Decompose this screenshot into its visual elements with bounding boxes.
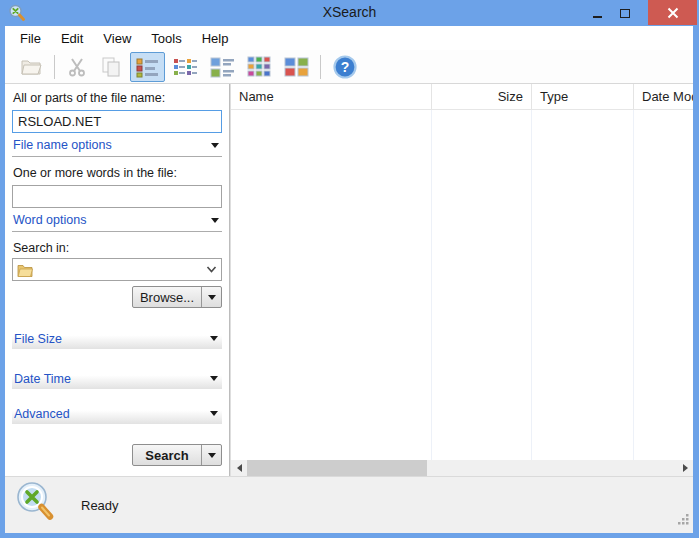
browse-button[interactable]: Browse...: [133, 287, 201, 307]
minimize-icon: [593, 16, 602, 18]
list-view-icon[interactable]: [206, 52, 239, 82]
open-folder-icon[interactable]: [15, 52, 47, 82]
chevron-down-icon: [210, 336, 218, 341]
results-listview: Name Size Type Date Modified: [231, 84, 693, 476]
help-icon[interactable]: ?: [328, 52, 362, 82]
search-in-label: Search in:: [13, 241, 69, 255]
menu-edit[interactable]: Edit: [51, 28, 93, 49]
window-controls: [583, 0, 697, 26]
combo-dropdown-icon: [206, 266, 217, 273]
main-content: All or parts of the file name: File name…: [5, 84, 693, 476]
search-in-combobox[interactable]: [12, 258, 222, 281]
advanced-label: Advanced: [14, 407, 70, 421]
file-name-options-expander[interactable]: File name options: [12, 136, 222, 157]
file-size-expander[interactable]: File Size: [12, 328, 222, 349]
chevron-down-icon: [210, 376, 218, 381]
search-dropdown-button[interactable]: [201, 445, 221, 465]
cut-icon[interactable]: [62, 52, 92, 82]
copy-icon[interactable]: [96, 52, 126, 82]
words-input[interactable]: [12, 185, 222, 208]
chevron-down-icon: [208, 295, 216, 300]
name-column: [231, 110, 432, 460]
search-split-button: Search: [132, 444, 222, 466]
search-panel: All or parts of the file name: File name…: [5, 84, 229, 476]
word-options-expander[interactable]: Word options: [12, 211, 222, 232]
menu-file[interactable]: File: [10, 28, 51, 49]
search-button-label: Search: [145, 448, 188, 463]
scroll-left-icon: [237, 464, 242, 472]
small-icons-view-icon[interactable]: [169, 52, 202, 82]
chevron-down-icon: [211, 143, 219, 148]
menu-help[interactable]: Help: [192, 28, 239, 49]
browse-dropdown-button[interactable]: [201, 287, 221, 307]
menubar: File Edit View Tools Help: [5, 26, 693, 50]
scroll-right-icon: [683, 464, 688, 472]
folder-icon: [17, 263, 33, 277]
xsearch-window: XSearch File Edit View Tools Help: [0, 0, 699, 538]
file-name-input[interactable]: [12, 110, 222, 133]
scroll-left-button[interactable]: [231, 460, 247, 476]
resize-grip-icon[interactable]: [677, 511, 689, 529]
column-header-size[interactable]: Size: [432, 84, 532, 109]
size-column: [432, 110, 532, 460]
tiles-view-icon[interactable]: [280, 52, 313, 82]
minimize-button[interactable]: [583, 0, 611, 26]
details-view-icon[interactable]: [130, 52, 165, 82]
menu-tools[interactable]: Tools: [141, 28, 191, 49]
column-header-name[interactable]: Name: [231, 84, 432, 109]
words-label: One or more words in the file:: [13, 166, 177, 180]
date-time-expander[interactable]: Date Time: [12, 368, 222, 389]
close-button[interactable]: [648, 0, 697, 25]
date-time-label: Date Time: [14, 372, 71, 386]
file-size-label: File Size: [14, 332, 62, 346]
app-body: File Edit View Tools Help: [5, 26, 693, 533]
search-logo-icon: [15, 481, 57, 529]
word-options-label: Word options: [13, 213, 86, 227]
status-text: Ready: [81, 498, 119, 513]
titlebar[interactable]: XSearch: [0, 0, 699, 26]
scrollbar-thumb[interactable]: [247, 460, 427, 476]
advanced-expander[interactable]: Advanced: [12, 403, 222, 424]
chevron-down-icon: [208, 453, 216, 458]
scroll-right-button[interactable]: [677, 460, 693, 476]
statusbar: Ready: [5, 476, 693, 533]
column-header-type[interactable]: Type: [532, 84, 634, 109]
toolbar-separator: [54, 55, 55, 79]
chevron-down-icon: [211, 218, 219, 223]
browse-split-button: Browse...: [132, 286, 222, 308]
menu-view[interactable]: View: [93, 28, 141, 49]
toolbar-separator: [320, 55, 321, 79]
icons-view-icon[interactable]: [243, 52, 276, 82]
browse-button-label: Browse...: [140, 290, 194, 305]
list-header: Name Size Type Date Modified: [231, 84, 693, 110]
file-name-options-label: File name options: [13, 138, 112, 152]
search-button[interactable]: Search: [133, 445, 201, 465]
list-body[interactable]: [231, 110, 693, 460]
toolbar: ?: [5, 50, 693, 84]
column-header-date-modified[interactable]: Date Modified: [634, 84, 693, 109]
file-name-label: All or parts of the file name:: [13, 91, 165, 105]
chevron-down-icon: [210, 411, 218, 416]
horizontal-scrollbar[interactable]: [231, 460, 693, 476]
svg-text:?: ?: [341, 59, 350, 75]
type-column: [532, 110, 634, 460]
close-icon: [667, 7, 679, 19]
maximize-icon: [620, 9, 630, 18]
maximize-button[interactable]: [611, 0, 639, 26]
date-modified-column: [634, 110, 693, 460]
